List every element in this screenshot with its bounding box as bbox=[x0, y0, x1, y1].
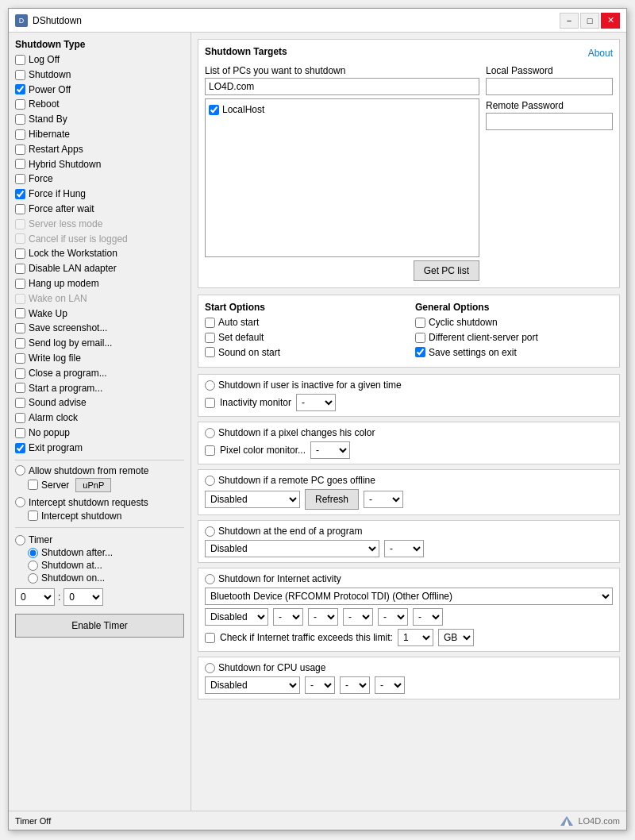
general-options-list: Cyclic shutdownDifferent client-server p… bbox=[415, 316, 613, 359]
shutdown_on-radio[interactable] bbox=[28, 573, 38, 584]
write_log-checkbox[interactable] bbox=[15, 353, 25, 364]
upnp-button[interactable]: uPnP bbox=[75, 478, 111, 492]
internet-sub-3[interactable]: - bbox=[308, 608, 338, 626]
cpu-main-dropdown[interactable]: Disabled bbox=[205, 676, 300, 694]
cpu-sub-3[interactable]: - bbox=[375, 676, 405, 694]
stand_by-checkbox[interactable] bbox=[15, 114, 25, 125]
cpu-sub-1[interactable]: - bbox=[305, 676, 335, 694]
write_log-label: Write log file bbox=[29, 352, 81, 365]
pixel-monitor-checkbox[interactable] bbox=[205, 445, 215, 456]
wake_on_lan-checkbox bbox=[15, 294, 25, 304]
internet-sub-5[interactable]: - bbox=[378, 608, 408, 626]
diff_client_server-checkbox[interactable] bbox=[415, 333, 425, 343]
inactivity-dropdown[interactable]: - bbox=[296, 394, 336, 411]
start_program-checkbox[interactable] bbox=[15, 383, 25, 393]
cyclic_shutdown-checkbox[interactable] bbox=[415, 318, 425, 328]
internet-sub-1[interactable]: Disabled bbox=[205, 608, 268, 626]
end-program-main-dropdown[interactable]: Disabled bbox=[205, 540, 379, 557]
timer-hours-select[interactable]: 012 bbox=[15, 588, 55, 606]
intercept-shutdown-label: Intercept shutdown bbox=[41, 510, 121, 523]
traffic-unit-dropdown[interactable]: GB bbox=[438, 629, 474, 646]
exit_program-checkbox[interactable] bbox=[15, 443, 25, 453]
checkbox-item-no_popup: No popup bbox=[15, 426, 184, 440]
hibernate-checkbox[interactable] bbox=[15, 129, 25, 140]
shutdown_after-radio[interactable] bbox=[28, 548, 38, 558]
minimize-button[interactable]: − bbox=[560, 13, 579, 29]
localhost-checkbox[interactable] bbox=[209, 105, 219, 115]
status-text: Timer Off bbox=[15, 816, 51, 826]
close_program-checkbox[interactable] bbox=[15, 368, 25, 379]
condition-pixel-radio[interactable] bbox=[205, 428, 215, 438]
checkbox-item-power_off: Power Off bbox=[15, 83, 184, 97]
start-options-title: Start Options bbox=[205, 302, 402, 313]
stand_by-label: Stand By bbox=[29, 113, 67, 126]
remote-offline-main-dropdown[interactable]: Disabled bbox=[205, 491, 300, 508]
enable-timer-button[interactable]: Enable Timer bbox=[15, 614, 184, 638]
refresh-button[interactable]: Refresh bbox=[305, 489, 359, 510]
sound_advise-checkbox[interactable] bbox=[15, 398, 25, 408]
intercept-radio[interactable] bbox=[15, 497, 25, 507]
cpu-sub-2[interactable]: - bbox=[340, 676, 370, 694]
set_default-checkbox[interactable] bbox=[205, 333, 215, 343]
power_off-checkbox[interactable] bbox=[15, 84, 25, 94]
timer-minutes-select[interactable]: 0153045 bbox=[64, 588, 103, 606]
sound_on_start-checkbox[interactable] bbox=[205, 347, 215, 357]
targets-inner: List of PCs you want to shutdown LocalHo… bbox=[205, 65, 613, 281]
maximize-button[interactable]: □ bbox=[580, 13, 599, 29]
condition-internet-radio[interactable] bbox=[205, 574, 215, 584]
timer-inputs: 012 : 0153045 bbox=[15, 588, 184, 606]
condition-inactive-radio[interactable] bbox=[205, 380, 215, 391]
inactivity-monitor-checkbox[interactable] bbox=[205, 398, 215, 408]
restart_apps-checkbox[interactable] bbox=[15, 144, 25, 155]
condition-cpu-radio[interactable] bbox=[205, 663, 215, 673]
intercept-shutdown-checkbox[interactable] bbox=[28, 511, 38, 521]
condition-cpu-header: Shutdown for CPU usage bbox=[205, 662, 613, 673]
hang_modem-checkbox[interactable] bbox=[15, 279, 25, 289]
condition-end-program-radio[interactable] bbox=[205, 526, 215, 537]
save_settings-checkbox[interactable] bbox=[415, 347, 425, 357]
force_after_wait-checkbox[interactable] bbox=[15, 204, 25, 214]
hybrid_shutdown-checkbox[interactable] bbox=[15, 159, 25, 169]
log_off-checkbox[interactable] bbox=[15, 55, 25, 65]
allow-remote-radio-item: Allow shutdown from remote bbox=[15, 465, 184, 476]
save_screenshot-checkbox[interactable] bbox=[15, 323, 25, 333]
title-buttons: − □ ✕ bbox=[560, 13, 620, 29]
condition-remote-offline-label: Shutdown if a remote PC goes offline bbox=[218, 475, 375, 486]
traffic-checkbox[interactable] bbox=[205, 633, 215, 643]
force_if_hung-checkbox[interactable] bbox=[15, 189, 25, 199]
timer-radio[interactable] bbox=[15, 535, 25, 545]
traffic-value-dropdown[interactable]: 1 bbox=[398, 629, 433, 646]
shutdown_at-radio[interactable] bbox=[28, 561, 38, 571]
remote-offline-dropdown[interactable]: - bbox=[364, 491, 403, 508]
remote-password-input[interactable] bbox=[486, 113, 613, 130]
internet-sub-4[interactable]: - bbox=[343, 608, 373, 626]
pc-list-column: List of PCs you want to shutdown LocalHo… bbox=[205, 65, 479, 281]
lock_workstation-checkbox[interactable] bbox=[15, 249, 25, 259]
auto_start-checkbox[interactable] bbox=[205, 318, 215, 328]
reboot-checkbox[interactable] bbox=[15, 99, 25, 110]
end-program-dropdown[interactable]: - bbox=[384, 540, 424, 557]
pc-input[interactable] bbox=[205, 78, 479, 95]
wake_up-checkbox[interactable] bbox=[15, 308, 25, 318]
condition-remote-offline-radio[interactable] bbox=[205, 476, 215, 486]
send_log_email-checkbox[interactable] bbox=[15, 338, 25, 349]
internet-sub-2[interactable]: - bbox=[273, 608, 303, 626]
internet-sub-6[interactable]: - bbox=[413, 608, 443, 626]
no_popup-checkbox[interactable] bbox=[15, 428, 25, 438]
password-column: Local Password Remote Password bbox=[486, 65, 613, 281]
alarm_clock-checkbox[interactable] bbox=[15, 413, 25, 423]
internet-device-dropdown[interactable]: Bluetooth Device (RFCOMM Protocol TDI) (… bbox=[205, 588, 613, 605]
condition-end-program-body: Disabled - bbox=[205, 540, 613, 557]
server-checkbox[interactable] bbox=[28, 480, 38, 490]
close-button[interactable]: ✕ bbox=[601, 13, 620, 29]
power_off-label: Power Off bbox=[29, 83, 71, 97]
checkbox-item-write_log: Write log file bbox=[15, 352, 184, 365]
about-link[interactable]: About bbox=[588, 48, 613, 59]
shutdown-checkbox[interactable] bbox=[15, 70, 25, 80]
local-password-input[interactable] bbox=[486, 78, 613, 95]
get-pc-list-button[interactable]: Get PC list bbox=[414, 260, 479, 281]
disable_lan-checkbox[interactable] bbox=[15, 264, 25, 274]
force-checkbox[interactable] bbox=[15, 174, 25, 184]
pixel-dropdown[interactable]: - bbox=[310, 441, 350, 459]
allow-remote-radio[interactable] bbox=[15, 465, 25, 476]
